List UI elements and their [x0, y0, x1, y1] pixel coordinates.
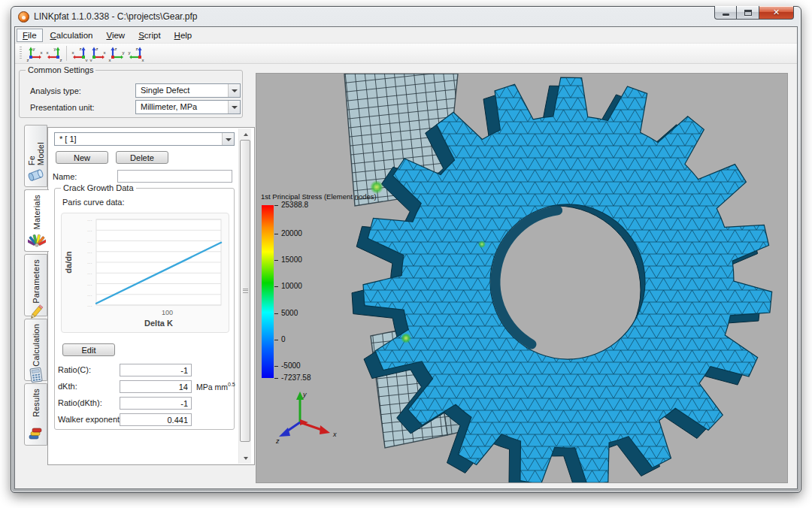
name-label: Name:: [53, 172, 77, 181]
name-input[interactable]: [117, 170, 232, 183]
svg-text:z: z: [96, 47, 98, 51]
scroll-up-icon[interactable]: [239, 129, 252, 140]
legend-value: 15000: [281, 256, 302, 264]
toolbar-grip[interactable]: [20, 47, 22, 60]
field-label: Ratio(C):: [58, 365, 91, 374]
new-button[interactable]: New: [56, 151, 108, 164]
field-input-ratio-c[interactable]: [120, 364, 192, 376]
field-input-ratio-dkth[interactable]: [120, 397, 192, 410]
legend-value: 10000: [281, 282, 302, 290]
presentation-unit-label: Presentation unit:: [30, 103, 95, 112]
view-orientation-3-button[interactable]: zxy: [70, 45, 89, 62]
scrollbar-thumb[interactable]: [240, 140, 250, 442]
view-orientation-6-icon: zyx: [127, 46, 144, 62]
material-select-value: * [ 1]: [59, 135, 77, 144]
panel-scrollbar[interactable]: [238, 129, 251, 464]
presentation-unit-select[interactable]: Millimeter, MPa: [135, 100, 241, 114]
tab-calculation[interactable]: Calculation: [24, 319, 47, 381]
paris-curve-label: Paris curve data:: [62, 198, 125, 207]
maximize-icon: [744, 10, 752, 16]
close-button[interactable]: [759, 6, 794, 20]
maximize-button[interactable]: [737, 6, 759, 20]
client-area: FileCalculationViewScriptHelp yxzyxzzxyz…: [14, 26, 798, 489]
menu-calculation[interactable]: Calculation: [44, 29, 99, 42]
svg-text:Delta K: Delta K: [144, 319, 173, 328]
menu-script[interactable]: Script: [132, 29, 166, 42]
minimize-button[interactable]: [714, 6, 737, 20]
legend-value: -5000: [281, 361, 301, 370]
view-orientation-1-icon: yxz: [26, 46, 44, 62]
fe-model-icon: [27, 165, 45, 183]
legend-tick: [274, 366, 278, 367]
svg-text:x: x: [109, 58, 111, 62]
field-input-walker-exponent[interactable]: [120, 413, 192, 426]
delete-button[interactable]: Delete: [116, 151, 168, 164]
tab-label: Calculation: [32, 324, 41, 367]
svg-text:y: y: [129, 50, 131, 55]
title-bar[interactable]: LINKpfat 1.1.0.338 - C:\projects\Gear.pf…: [11, 7, 801, 26]
field-label: Ratio(dKth):: [58, 398, 102, 407]
view-orientation-3-icon: zxy: [71, 46, 88, 62]
legend-value: 25388.8: [281, 201, 308, 209]
svg-text:y: y: [54, 47, 56, 51]
materials-panel: * [ 1] New Delete Name: Crack Growth Dat…: [47, 127, 255, 465]
menu-help[interactable]: Help: [168, 29, 198, 42]
presentation-unit-value: Millimeter, MPa: [141, 102, 197, 111]
model-viewport[interactable]: 1st Principal Stress (Element nodes) 253…: [256, 73, 788, 483]
legend-value: 5000: [281, 309, 298, 317]
legend-tick: [274, 234, 278, 234]
svg-text:z: z: [80, 47, 82, 51]
legend-colorbar: [262, 205, 274, 378]
window-controls: [714, 6, 794, 20]
menu-view[interactable]: View: [100, 29, 131, 42]
svg-text:...: ...: [87, 260, 92, 265]
field-input-dkth[interactable]: [120, 380, 192, 393]
view-orientation-2-button[interactable]: yxz: [44, 45, 63, 62]
view-orientation-5-icon: zyx: [108, 46, 126, 62]
tab-label: Fe Model: [27, 130, 45, 165]
svg-text:z: z: [27, 58, 29, 62]
view-orientation-4-button[interactable]: zxy: [89, 45, 108, 62]
svg-text:...: ...: [87, 249, 92, 254]
parameters-icon: [27, 304, 45, 320]
legend-tick: [274, 205, 278, 206]
svg-text:z: z: [115, 47, 117, 51]
legend-tick: [274, 378, 278, 379]
legend-tick: [274, 340, 278, 340]
field-label: Walker exponent:: [58, 415, 122, 424]
tab-materials[interactable]: Materials: [24, 189, 49, 252]
svg-text:y: y: [86, 58, 88, 62]
view-orientation-1-button[interactable]: yxz: [26, 45, 44, 62]
app-window: LINKpfat 1.1.0.338 - C:\projects\Gear.pf…: [11, 6, 801, 493]
close-icon: [773, 8, 780, 17]
scroll-down-icon[interactable]: [239, 452, 252, 464]
axis-triad: yxz: [274, 389, 344, 452]
view-orientation-6-button[interactable]: zyx: [126, 45, 145, 62]
tab-parameters[interactable]: Parameters: [24, 254, 47, 316]
results-icon: [27, 424, 45, 442]
view-orientation-5-button[interactable]: zyx: [108, 45, 126, 62]
analysis-type-label: Analysis type:: [30, 86, 81, 95]
svg-text:x: x: [332, 431, 337, 438]
menu-file[interactable]: File: [17, 29, 43, 42]
toolbar-group: zxyzxyzyxzyx: [70, 45, 145, 62]
tab-label: Results: [32, 389, 41, 417]
toolbar-separator: [66, 46, 67, 61]
field-label: dKth:: [58, 382, 77, 391]
svg-text:x: x: [104, 50, 106, 55]
tab-fe-model[interactable]: Fe Model: [24, 125, 47, 187]
edit-button[interactable]: Edit: [62, 343, 115, 356]
legend-tick: [274, 260, 278, 261]
analysis-type-select[interactable]: Single Defect: [135, 83, 241, 98]
material-select[interactable]: * [ 1]: [54, 132, 235, 146]
view-orientation-2-icon: yxz: [45, 46, 62, 62]
svg-text:x: x: [41, 50, 43, 55]
svg-text:z: z: [60, 58, 62, 62]
legend-title: 1st Principal Stress (Element nodes): [261, 192, 389, 201]
chevron-down-icon: [228, 84, 240, 97]
tab-results[interactable]: Results: [24, 383, 47, 446]
svg-text:...: ...: [87, 282, 92, 286]
svg-text:x: x: [47, 50, 49, 55]
svg-text:x: x: [142, 58, 144, 62]
toolbar-group: yxzyxz: [26, 45, 63, 62]
